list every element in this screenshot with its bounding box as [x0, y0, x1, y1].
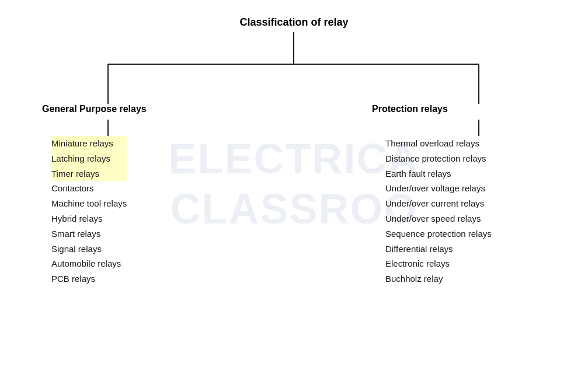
diagram-container: ELECTRICA CLASSROO Classification of rel…: [0, 0, 588, 367]
right-list-item: Differential relays: [385, 242, 492, 257]
right-list-item: Sequence protection relays: [385, 226, 492, 242]
right-list-item: Buchholz relay: [385, 271, 492, 286]
left-list-item: Timer relays: [51, 166, 127, 181]
left-list-item: Machine tool relays: [51, 196, 127, 211]
left-list-item: Miniature relays: [51, 136, 127, 151]
right-branch-list: Thermal overload relaysDistance protecti…: [385, 136, 492, 286]
right-list-item: Under/over voltage relays: [385, 181, 492, 196]
root-title: Classification of relay: [239, 16, 348, 29]
left-list-item: PCB relays: [51, 271, 127, 286]
left-branch-list: Miniature relaysLatching relaysTimer rel…: [51, 136, 127, 286]
right-branch-header: Protection relays: [372, 104, 448, 114]
right-list-item: Distance protection relays: [385, 151, 492, 166]
left-branch-header: General Purpose relays: [42, 104, 147, 114]
left-list-item: Latching relays: [51, 151, 127, 166]
left-list-item: Automobile relays: [51, 256, 127, 271]
right-list-item: Electronic relays: [385, 256, 492, 271]
right-list-item: Under/over current relays: [385, 196, 492, 211]
right-list-item: Thermal overload relays: [385, 136, 492, 151]
watermark: ELECTRICA CLASSROO: [169, 133, 420, 234]
left-list-item: Contactors: [51, 181, 127, 196]
right-list-item: Earth fault relays: [385, 166, 492, 181]
left-list-item: Smart relays: [51, 226, 127, 242]
left-list-item: Hybrid relays: [51, 211, 127, 226]
left-list-item: Signal relays: [51, 242, 127, 257]
right-list-item: Under/over speed relays: [385, 211, 492, 226]
